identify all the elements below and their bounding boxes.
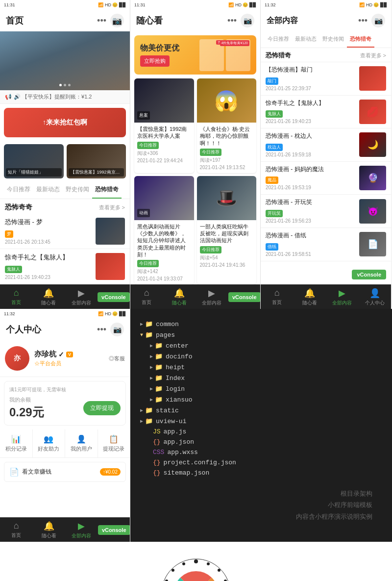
- s3-article-6[interactable]: 恐怖漫画 - 借纸 借纸 2021-01-26 19:58:51 📄: [261, 228, 391, 261]
- file-docinfo[interactable]: ▶ 📁 docinfo: [140, 351, 382, 362]
- qr-section: ⬡: [0, 542, 392, 581]
- nav-vconsole-2[interactable]: vConsole: [228, 285, 261, 309]
- file-xiansuo[interactable]: ▶ 📁 xiansuo: [140, 394, 382, 405]
- promo-line1: 根目录架构: [150, 488, 372, 499]
- home-banner[interactable]: [0, 31, 130, 90]
- all-title: 全部内容: [267, 16, 298, 26]
- file-appjson[interactable]: {} app.json: [140, 437, 382, 447]
- small-card-1[interactable]: 短片「猎猎娃娃」: [4, 144, 64, 178]
- s3-article-1[interactable]: 【恐怖漫画】敲门 敲门 2021-01-25 22:39:37: [261, 62, 391, 96]
- file-center[interactable]: ▶ 📁 center: [140, 340, 382, 351]
- nav-vconsole-1[interactable]: vConsole: [98, 285, 130, 309]
- tab-horror[interactable]: 恐怖猎奇: [92, 181, 122, 199]
- s3-tab-horror[interactable]: 恐怖猎奇: [347, 31, 374, 48]
- ad-banner[interactable]: 物美价更优 立即抢购 79 4件免单每满¥120: [134, 35, 256, 75]
- s3-more-link[interactable]: 查看更多 >: [360, 52, 386, 59]
- filename-sitemapjson: sitemap.json: [164, 469, 210, 477]
- file-uview[interactable]: ▶ 📁 uview-ui: [140, 416, 382, 427]
- nav-casual-4[interactable]: 🔔 随心看: [33, 518, 66, 542]
- play-icon-2: ▶: [208, 288, 215, 299]
- small-card-2[interactable]: 【震惊悬案】1992南京医科大学杀人案: [67, 144, 126, 178]
- tab-today[interactable]: 今日推荐: [4, 181, 33, 199]
- file-sitemapjson[interactable]: {} sitemap.json: [140, 468, 382, 478]
- more-icon[interactable]: •••: [97, 16, 106, 26]
- nav-home-2[interactable]: ⌂ 首页: [130, 285, 163, 309]
- nav-person-3[interactable]: 👤 个人中心: [359, 285, 392, 309]
- vconsole-btn-1[interactable]: vConsole: [98, 292, 130, 302]
- vconsole-btn-2[interactable]: vConsole: [228, 292, 261, 302]
- nav-vconsole-4[interactable]: vConsole: [98, 518, 131, 542]
- s3-article-2[interactable]: 惊奇手礼之【鬼脉人】 鬼脉人 2021-01-26 19:40:23 💋: [261, 96, 391, 129]
- vconsole-btn-3[interactable]: vConsole: [352, 270, 386, 279]
- ad-product-image: 79 4件免单每满¥120: [199, 39, 250, 71]
- file-static[interactable]: ▶ 📁 static: [140, 405, 382, 416]
- tab-history[interactable]: 野史传闻: [63, 181, 92, 199]
- content-card-1[interactable]: 悬案 【震惊悬案】1992南京医科大学杀人案 今日推荐 阅读+306 2021-…: [134, 78, 194, 173]
- file-login[interactable]: ▶ 📁 login: [140, 383, 382, 394]
- nav-label-casual-2: 随心看: [172, 300, 187, 306]
- nav-casual-2[interactable]: 🔔 随心看: [163, 285, 196, 309]
- s3-tab-latest[interactable]: 最新动态: [292, 31, 319, 48]
- s3-meta-3: 2021-01-26 19:59:18: [266, 152, 355, 157]
- s3-article-5[interactable]: 恐怖漫画 - 开玩笑 开玩笑 2021-01-26 19:56:23 😈: [261, 195, 391, 228]
- customer-service[interactable]: ◎客服: [109, 355, 125, 362]
- vconsole-btn-4[interactable]: vConsole: [98, 525, 130, 535]
- nav-home-3[interactable]: ⌂ 首页: [261, 285, 294, 309]
- all-camera-icon[interactable]: 📷: [371, 14, 385, 27]
- content-card-4[interactable]: 🎩 一部人类疯狂吃蜗牛反被吃，超现实讽刺法国动画短片 今日推荐 阅读+54 20…: [197, 176, 257, 284]
- casual-more-icon[interactable]: •••: [227, 16, 237, 26]
- platform-notice: 📢 🔊 【平安快乐】提醒到账：¥1.2: [0, 90, 130, 104]
- menu-friends[interactable]: 👥 好友助力: [33, 429, 66, 457]
- folder-icon-heipt: 📁: [155, 363, 163, 371]
- s3-section-title: 恐怖猎奇: [266, 51, 291, 60]
- s3-article-3[interactable]: 恐怖漫画 - 枕边人 枕边人 2021-01-26 19:59:18 🌙: [261, 128, 391, 162]
- nav-all-1[interactable]: ▶ 全部内容: [65, 285, 98, 309]
- content-card-2[interactable]: 😱 《人食社会》杨·史云梅耶，吃的心惊胆颤啊！！！ 今日推荐 阅读+197 20…: [197, 78, 257, 173]
- tab-latest[interactable]: 最新动态: [33, 181, 63, 199]
- camera-icon[interactable]: 📷: [110, 14, 124, 27]
- nav-all-4[interactable]: ▶ 全部内容: [65, 518, 98, 542]
- casual-camera-icon[interactable]: 📷: [241, 14, 254, 27]
- arrow-pages: ▼: [140, 332, 143, 338]
- red-envelope-banner[interactable]: ↑来来抢红包啊: [4, 108, 126, 137]
- card-body-3: 黑色讽刺动画短片《少数人的晚餐》，短短几分钟却讲述人类历史上最黑暗的时刻！ 今日…: [134, 220, 194, 284]
- home-icon-4: ⌂: [14, 521, 19, 531]
- s3-title-1: 【恐怖漫画】敲门: [266, 66, 355, 74]
- s3-tab-today[interactable]: 今日推荐: [265, 31, 292, 48]
- svg-point-14: [182, 562, 185, 565]
- menu-withdraw-history[interactable]: 📋 提现记录: [98, 429, 130, 457]
- file-pages[interactable]: ▼ 📁 pages: [140, 329, 382, 340]
- file-appjs[interactable]: JS app.js: [140, 427, 382, 437]
- s3-article-4[interactable]: 恐怖漫画 - 妈妈的魔法 魔品 2021-01-26 19:53:19 🔮: [261, 162, 391, 195]
- file-projectjson[interactable]: {} project.config.json: [140, 457, 382, 468]
- all-more-icon[interactable]: •••: [358, 16, 368, 26]
- earn-section[interactable]: 📄 看文章赚钱 ↑¥0.02: [4, 462, 126, 482]
- menu-points[interactable]: 📊 积分记录: [0, 429, 33, 457]
- file-index[interactable]: ▶ 📁 Index: [140, 373, 382, 383]
- nav-casual-3[interactable]: 🔔 随心看: [294, 285, 326, 309]
- qr-code-image: ⬡: [159, 556, 233, 581]
- folder-icon-docinfo: 📁: [155, 353, 163, 360]
- s3-content-6: 恐怖漫画 - 借纸 借纸 2021-01-26 19:58:51: [266, 232, 355, 257]
- profile-title: 个人中心: [6, 324, 41, 335]
- article-item-1[interactable]: 恐怖漫画 - 梦 梦 2021-01-26 20:13:45: [0, 214, 130, 249]
- profile-more-icon[interactable]: •••: [97, 325, 106, 335]
- file-appwxss[interactable]: CSS app.wxss: [140, 447, 382, 457]
- nav-casual-1[interactable]: 🔔 随心看: [32, 285, 65, 309]
- more-link[interactable]: 查看更多 >: [99, 204, 125, 211]
- file-heipt[interactable]: ▶ 📁 heipt: [140, 362, 382, 373]
- nav-home-4[interactable]: ⌂ 首页: [0, 518, 33, 542]
- menu-users[interactable]: 👤 我的用户: [65, 429, 98, 457]
- ad-btn[interactable]: 立即抢购: [140, 55, 170, 67]
- file-common[interactable]: ▶ 📁 common: [140, 319, 382, 329]
- profile-camera-icon[interactable]: 📷: [110, 323, 124, 336]
- article-item-2[interactable]: 惊奇手礼之【鬼脉人】 鬼脉人 2021-01-26 19:40:23: [0, 249, 130, 284]
- nav-all-3[interactable]: ▶ 全部内容: [326, 285, 359, 309]
- folder-icon-xiansuo: 📁: [155, 396, 163, 404]
- home-icon-1: ⌂: [14, 288, 19, 298]
- nav-all-2[interactable]: ▶ 全部内容: [196, 285, 228, 309]
- content-card-3[interactable]: 动画 黑色讽刺动画短片《少数人的晚餐》，短短几分钟却讲述人类历史上最黑暗的时刻！…: [134, 176, 194, 284]
- s3-tab-history[interactable]: 野史传闻: [319, 31, 347, 48]
- nav-home-1[interactable]: ⌂ 首页: [0, 285, 32, 309]
- withdraw-button[interactable]: 立即提现: [83, 401, 121, 415]
